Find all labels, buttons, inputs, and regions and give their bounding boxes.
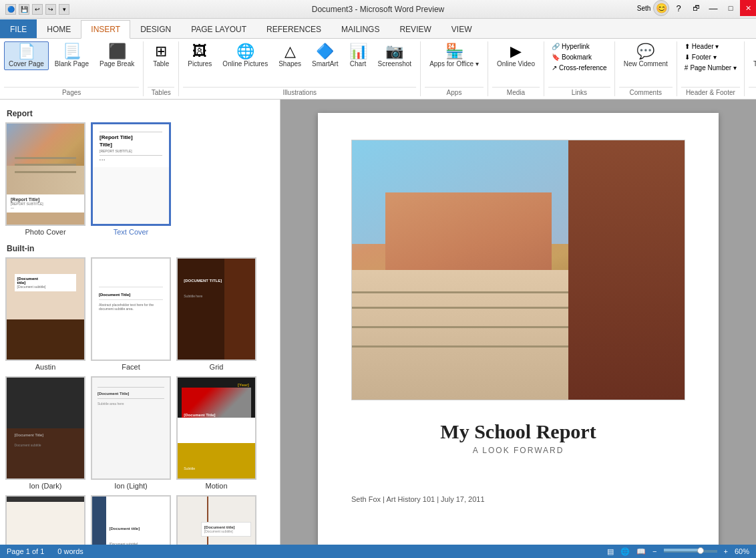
tab-home[interactable]: HOME	[37, 19, 81, 38]
blank-page-button[interactable]: 📃 Blank Page	[50, 41, 93, 70]
doc-meta: Seth Fox | Art History 101 | July 17, 20…	[351, 495, 685, 503]
zoom-level: 60%	[735, 547, 749, 555]
cover-item-facet[interactable]: [Document Title] Abstract placeholder te…	[91, 257, 171, 371]
facet-label: Facet	[122, 363, 140, 371]
online-video-button[interactable]: ▶ Online Video	[492, 41, 540, 70]
ribbon-group-comments: 💬 New Comment Comments	[615, 41, 677, 96]
customize-icon[interactable]: ▾	[59, 4, 69, 15]
cross-reference-button[interactable]: ↗ Cross-reference	[548, 63, 610, 73]
tables-group-label: Tables	[148, 87, 174, 96]
cover-item-sideline[interactable]: [Document title] [Document subtitle] Sid…	[91, 495, 171, 545]
ribbon-group-header-footer: ⬆ Header ▾ ⬇ Footer ▾ # Page Number ▾ He…	[677, 41, 745, 96]
tab-view[interactable]: VIEW	[441, 19, 482, 38]
apps-group-label: Apps	[425, 87, 484, 96]
window-title: Document3 - Microsoft Word Preview	[312, 5, 445, 14]
smartart-button[interactable]: 🔷 SmartArt	[307, 41, 343, 70]
tab-page-layout[interactable]: PAGE LAYOUT	[181, 19, 256, 38]
view-normal-icon[interactable]: ▤	[607, 547, 614, 556]
chart-button[interactable]: 📊 Chart	[345, 41, 372, 70]
smartart-icon: 🔷	[316, 44, 334, 59]
cover-item-motion[interactable]: [Year] [Document Title] Subtitle Motion	[176, 376, 256, 490]
ribbon: FILE HOME INSERT DESIGN PAGE LAYOUT REFE…	[0, 19, 756, 100]
sideline-thumb[interactable]: [Document title] [Document subtitle]	[91, 495, 171, 545]
doc-photo	[351, 140, 685, 400]
ribbon-tabs: FILE HOME INSERT DESIGN PAGE LAYOUT REFE…	[0, 19, 756, 39]
cross-reference-icon: ↗	[552, 64, 557, 72]
user-avatar: 😊	[653, 0, 669, 16]
bookmark-button[interactable]: 🔖 Bookmark	[548, 52, 610, 62]
screenshot-icon: 📷	[385, 44, 403, 59]
hyperlink-icon: 🔗	[552, 43, 560, 50]
photo-cover-image	[7, 124, 84, 194]
maximize-button[interactable]: □	[723, 0, 739, 16]
photo-cover-label: Photo Cover	[25, 228, 65, 236]
whisp-thumb[interactable]: [Document title] [Document subtitle]	[176, 495, 256, 545]
hyperlink-button[interactable]: 🔗 Hyperlink	[548, 41, 610, 51]
austin-thumb[interactable]: [Document title] [Document subtitle]	[5, 257, 85, 361]
tab-mailings[interactable]: MAILINGS	[331, 19, 389, 38]
tab-insert[interactable]: INSERT	[81, 20, 130, 39]
cover-item-photo[interactable]: [Report Title] [REPORT SUBTITLE] — Photo…	[5, 122, 85, 236]
photo-cover-bg: [Report Title] [REPORT SUBTITLE] —	[7, 124, 84, 225]
apps-button[interactable]: 🏪 Apps for Office ▾	[425, 41, 484, 70]
zoom-slider[interactable]	[664, 550, 717, 553]
shapes-button[interactable]: △ Shapes	[274, 41, 306, 70]
text-group-label: Text	[749, 87, 756, 96]
zoom-in-button[interactable]: +	[724, 547, 728, 555]
ribbon-group-illustrations: 🖼 Pictures 🌐 Online Pictures △ Shapes 🔷 …	[179, 41, 421, 96]
cover-item-ion-dark[interactable]: [Document Title] Document subtitle Ion (…	[5, 376, 85, 490]
window-controls: Seth 😊 ? 🗗 — □ ✕	[632, 0, 756, 16]
save-icon[interactable]: 💾	[19, 4, 29, 15]
builtin-section-title: Built-in	[5, 244, 274, 253]
ion-light-label: Ion (Light)	[114, 482, 148, 490]
document-page: My School Report A LOOK FORWARD Seth Fox…	[318, 113, 719, 545]
view-web-icon[interactable]: 🌐	[620, 547, 630, 556]
table-button[interactable]: ⊞ Table	[148, 41, 174, 70]
minimize-button[interactable]: —	[705, 0, 721, 16]
ribbon-group-apps: 🏪 Apps for Office ▾ Apps	[421, 41, 488, 96]
cover-item-whisp[interactable]: [Document title] [Document subtitle] Whi…	[176, 495, 256, 545]
screenshot-button[interactable]: 📷 Screenshot	[373, 41, 417, 70]
footer-button[interactable]: ⬇ Footer ▾	[681, 52, 740, 62]
ion-dark-thumb[interactable]: [Document Title] Document subtitle	[5, 376, 85, 480]
grid-thumb[interactable]: [DOCUMENT TITLE] Subtitle here	[176, 257, 256, 361]
restore-button[interactable]: 🗗	[688, 0, 704, 16]
tab-references[interactable]: REFERENCES	[256, 19, 331, 38]
tab-review[interactable]: REVIEW	[389, 19, 441, 38]
undo-icon[interactable]: ↩	[32, 4, 43, 15]
cover-item-semaphore[interactable]: [DOCUMENT TITLE] [Document subtitle] Sem…	[5, 495, 85, 545]
text-box-button[interactable]: 🔲 Text Box ▾	[749, 41, 756, 70]
motion-thumb[interactable]: [Year] [Document Title] Subtitle	[176, 376, 256, 480]
user-area[interactable]: Seth 😊	[637, 0, 669, 16]
page-break-icon: ⬛	[108, 44, 126, 59]
help-button[interactable]: ?	[671, 0, 687, 16]
semaphore-thumb[interactable]: [DOCUMENT TITLE] [Document subtitle]	[5, 495, 85, 545]
text-cover-thumb[interactable]: [Report Title] Title] [REPORT SUBTITLE] …	[91, 122, 171, 226]
cover-item-austin[interactable]: [Document title] [Document subtitle] Aus…	[5, 257, 85, 371]
illustrations-group-label: Illustrations	[183, 87, 416, 96]
online-pictures-button[interactable]: 🌐 Online Pictures	[218, 41, 272, 70]
tab-file[interactable]: FILE	[0, 19, 37, 38]
page-number-button[interactable]: # Page Number ▾	[681, 63, 740, 73]
page-info: Page 1 of 1	[7, 547, 44, 555]
pictures-button[interactable]: 🖼 Pictures	[183, 41, 216, 70]
builtin-cover-grid: [Document title] [Document subtitle] Aus…	[5, 257, 274, 545]
cover-page-button[interactable]: 📄 Cover Page	[4, 41, 49, 70]
ion-dark-label: Ion (Dark)	[29, 482, 62, 490]
facet-thumb[interactable]: [Document Title] Abstract placeholder te…	[91, 257, 171, 361]
ribbon-group-pages: 📄 Cover Page 📃 Blank Page ⬛ Page Break P…	[0, 41, 144, 96]
redo-icon[interactable]: ↪	[45, 4, 56, 15]
cover-item-grid[interactable]: [DOCUMENT TITLE] Subtitle here Grid	[176, 257, 256, 371]
tab-design[interactable]: DESIGN	[130, 19, 181, 38]
new-comment-button[interactable]: 💬 New Comment	[619, 41, 673, 70]
close-button[interactable]: ✕	[740, 0, 756, 16]
cover-item-text[interactable]: [Report Title] Title] [REPORT SUBTITLE] …	[91, 122, 171, 236]
page-break-button[interactable]: ⬛ Page Break	[95, 41, 139, 70]
footer-icon: ⬇	[685, 53, 690, 61]
ion-light-thumb[interactable]: [Document Title] Subtitle area here	[91, 376, 171, 480]
view-reading-icon[interactable]: 📖	[636, 547, 646, 556]
photo-cover-thumb[interactable]: [Report Title] [REPORT SUBTITLE] —	[5, 122, 85, 226]
header-button[interactable]: ⬆ Header ▾	[681, 41, 740, 51]
zoom-out-button[interactable]: −	[652, 547, 656, 555]
cover-item-ion-light[interactable]: [Document Title] Subtitle area here Ion …	[91, 376, 171, 490]
